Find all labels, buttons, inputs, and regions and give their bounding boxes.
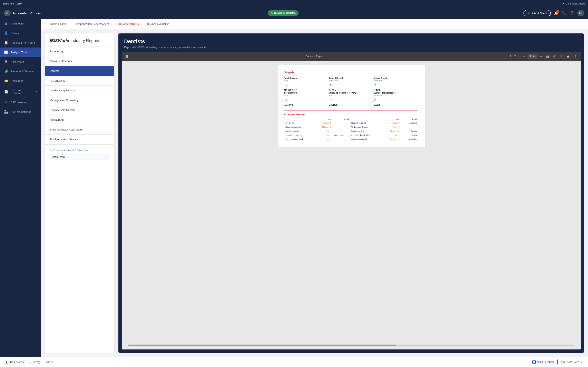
pdf-filename: Dentists_Report...: [123, 55, 508, 58]
go-to-run-classic[interactable]: ↗ Go to RUN Classic: [562, 2, 585, 5]
structure-row-concentration: Concentration Level Low ✓ Competition Le…: [284, 137, 418, 141]
report-panel: Dentists Reports by IBISWorld, leading p…: [118, 33, 584, 353]
copyright-text: © 2016-2021 ADP Inc.: [561, 361, 583, 363]
sidebar-item-calculators[interactable]: 🖩 Calculators: [0, 57, 41, 67]
industry-panel-header: IBISWorld Industry Reports: [45, 33, 114, 47]
legal-link[interactable]: Legal ∧: [44, 361, 53, 364]
pdf-viewer: ☰ Dentists_Report... 2 / 7 | − 92% + ⊡ ↺: [122, 52, 581, 350]
trend-down-icon: ↘: [284, 83, 327, 87]
structure-row-lifecycle: Life Cycle Mature ⊙ Regulation Level Hea…: [284, 121, 418, 125]
privacy-icon: 📄: [29, 361, 32, 364]
tab-compensation[interactable]: Compensation Benchmarking: [71, 19, 114, 29]
notifications-button[interactable]: 🔔 1: [554, 11, 559, 15]
structure-row-industry-assistance: Industry Assistance Low △ Increasing Ind…: [284, 133, 418, 137]
pdf-zoom-level: 92%: [527, 54, 537, 58]
sidebar-label-reports: Reports & Tax Forms: [11, 41, 35, 44]
trend-up-icon-4: ↗: [373, 98, 416, 102]
sidebar-label-adp: ADP Marketplace: [11, 110, 31, 113]
pdf-print-button[interactable]: 🖨: [565, 54, 571, 59]
adp-icon: 🏪: [4, 110, 8, 114]
resources-icon: 📁: [4, 79, 8, 83]
sidebar-item-reports[interactable]: 📋 Reports & Tax Forms: [0, 38, 41, 48]
pdf-zoom-in-button[interactable]: +: [539, 54, 543, 59]
sidebar-item-cch[interactable]: 📄 CCH Tax Resources ↗: [0, 86, 41, 98]
report-title: Dentists: [124, 38, 578, 45]
pdf-zoom-out-button[interactable]: −: [521, 54, 526, 59]
sidebar-label-analysis: Analysis Tools: [11, 51, 27, 54]
help-button[interactable]: ❓: [570, 11, 574, 15]
cch-icon: 📄: [4, 90, 8, 94]
avatar[interactable]: DU: [577, 10, 584, 16]
logo-icon: ⊙: [4, 10, 11, 16]
industry-item-tax-prep[interactable]: Tax Preparation Service: [45, 134, 114, 144]
pdf-horizontal-scrollbar[interactable]: [128, 345, 574, 346]
industry-item-accounting[interactable]: Accounting: [45, 47, 114, 56]
covid-badge[interactable]: ⚠ COVID-19 Updates: [268, 10, 298, 16]
pdf-download-button[interactable]: ⬇: [558, 54, 563, 59]
tab-business-valuation[interactable]: Business Valuation: [143, 19, 173, 29]
firm-name: Demo Firm - 12346: [3, 2, 23, 5]
phone-button[interactable]: 📞: [562, 11, 566, 15]
snapshot-grid: Total Revenue 2020 ↘ $128.0bn Annual Gro…: [284, 77, 418, 106]
pdf-content[interactable]: Snapshot Total Revenue 2020 ↘ $128.0bn: [122, 61, 581, 342]
industry-item-small-retail[interactable]: Small Specialty Retail Store: [45, 125, 114, 134]
add-client-button[interactable]: ➕ + Add Client: [523, 10, 551, 16]
pdf-fit-button[interactable]: ⊡: [545, 54, 550, 59]
header: ⊙ Accountant Connect ⚠ COVID-19 Updates …: [0, 7, 588, 19]
reports-icon: 📋: [4, 41, 8, 45]
structure-row-capital-intensity: Capital Intensity Low ✓ Barriers to Entr…: [284, 129, 418, 133]
col-header-trend-right: Trend: [401, 118, 418, 121]
pdf-page-info: 2 / 7: [510, 55, 516, 58]
new-account-link[interactable]: 👤+ New Account: [5, 361, 25, 364]
pdf-more-button[interactable]: ⋮: [572, 54, 578, 59]
industry-item-primary-care[interactable]: Primary Care Doctors: [45, 105, 114, 115]
industry-item-dentists[interactable]: Dentists: [45, 66, 114, 76]
warning-icon: ⚠: [270, 12, 273, 15]
snapshot-cell-wages: Wages as a share of Revenue 2020 ↗ 37.8%: [329, 92, 374, 106]
feedback-icon: 💬: [532, 360, 536, 364]
sidebar-label-dashboard: Dashboard: [11, 22, 24, 25]
col-header-level-right: Level: [383, 118, 400, 121]
sidebar-item-analysis[interactable]: 📊 Analysis Tools: [0, 48, 41, 57]
bottom-bar: 👤+ New Account 📄 Privacy Legal ∧ 💬 Send …: [0, 357, 588, 367]
sidebar-item-products[interactable]: 🧩 Products & Services: [0, 67, 41, 76]
tab-client-insights[interactable]: Client Insights: [46, 19, 71, 29]
sidebar-item-dashboard[interactable]: ⊞ Dashboard: [0, 19, 41, 28]
industry-item-management-consulting[interactable]: Management Consulting: [45, 95, 114, 105]
products-icon: 🧩: [4, 69, 8, 73]
snapshot-cell-annual-growth-1: Annual Growth 2015-2020 ↗ 0.2%: [329, 77, 374, 92]
privacy-link[interactable]: 📄 Privacy: [29, 361, 40, 364]
chevron-up-icon: ∧: [52, 361, 53, 364]
trend-down-icon-2: ↘: [284, 98, 327, 102]
add-icon: ➕: [527, 12, 530, 15]
sidebar-item-resources[interactable]: 📁 Resources: [0, 76, 41, 86]
trend-up-icon-2: ↗: [373, 83, 416, 87]
pdf-scrollbar-container: [122, 342, 581, 350]
bottom-bar-left: 👤+ New Account 📄 Privacy Legal ∧: [5, 361, 53, 364]
report-header: Dentists Reports by IBISWorld, leading p…: [118, 33, 584, 52]
sidebar-label-cch: CCH Tax Resources: [11, 89, 32, 95]
clients-icon: 👤: [4, 31, 8, 35]
sidebar-label-products: Products & Services: [11, 70, 35, 73]
report-subtitle: Reports by IBISWorld, leading provider o…: [124, 46, 578, 49]
main-layout: ⊞ Dashboard 👤 Clients 📋 Reports & Tax Fo…: [0, 19, 588, 357]
pdf-scrollbar-thumb: [128, 345, 396, 346]
industry-item-landscaping[interactable]: Landscaping Services: [45, 86, 114, 95]
pdf-history-button[interactable]: ↺: [552, 54, 557, 59]
pdf-total-pages: 7: [514, 55, 516, 58]
trend-up-icon-3: ↗: [329, 98, 371, 102]
send-feedback-button[interactable]: 💬 Send Feedback: [529, 359, 558, 365]
snapshot-cell-businesses: Number of Businesses 2015-2020 ↗ 0.3%: [373, 92, 418, 106]
sidebar: ⊞ Dashboard 👤 Clients 📋 Reports & Tax Fo…: [0, 19, 41, 357]
tab-industry-reports[interactable]: Industry Reports: [113, 19, 143, 29]
new-account-icon: 👤+: [5, 361, 9, 364]
industry-item-restaurants[interactable]: Restaurants: [45, 115, 114, 125]
industry-item-it-consulting[interactable]: IT Consulting: [45, 76, 114, 86]
sidebar-item-cpe[interactable]: 🎓 CPE Learning ↗: [0, 98, 41, 107]
col-header-item-left: [284, 118, 315, 121]
sidebar-label-calculators: Calculators: [11, 60, 24, 63]
sidebar-item-adp[interactable]: 🏪 ADP Marketplace: [0, 107, 41, 117]
industry-item-chain-restaurants[interactable]: Chain Restaurants: [45, 56, 114, 66]
pdf-toolbar: ☰ Dentists_Report... 2 / 7 | − 92% + ⊡ ↺: [122, 52, 581, 61]
sidebar-item-clients[interactable]: 👤 Clients: [0, 28, 41, 38]
